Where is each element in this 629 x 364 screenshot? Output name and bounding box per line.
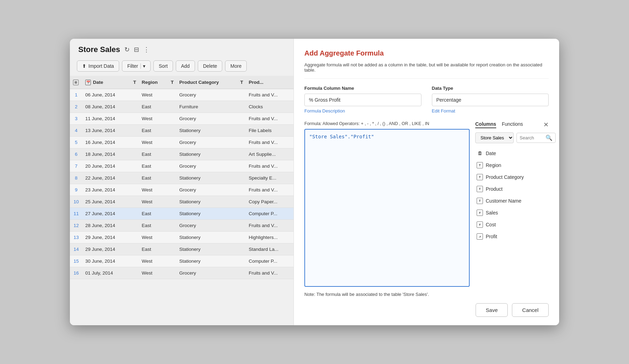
cell-category: Stationery xyxy=(176,148,238,160)
cell-region-type xyxy=(130,160,139,172)
column-item[interactable]: #Sales xyxy=(475,207,549,219)
cell-region-type xyxy=(130,89,139,101)
cell-product-type xyxy=(238,267,246,279)
cell-region: West xyxy=(139,196,168,208)
col-header-date[interactable]: 📅 Date xyxy=(82,76,130,89)
cell-date: 29 June, 2014 xyxy=(82,232,130,243)
dialog-description: Aggregate formula will not be added as a… xyxy=(304,62,549,79)
formula-hint: Formula: Allowed Operators: + , - , * , … xyxy=(304,121,470,126)
cell-date: 20 June, 2014 xyxy=(82,160,130,172)
tab-columns[interactable]: Columns xyxy=(475,121,496,128)
cell-date: 25 June, 2014 xyxy=(82,196,130,208)
cell-date: 16 June, 2014 xyxy=(82,137,130,148)
col-type-icon: T xyxy=(477,186,483,192)
column-item[interactable]: 🗓Date xyxy=(475,147,549,159)
cell-date: 29 June, 2014 xyxy=(82,243,130,255)
col-header-region[interactable]: Region xyxy=(139,76,168,89)
col-type-icon: T xyxy=(477,174,483,180)
col-header-checkbox[interactable]: ⊞ xyxy=(70,76,82,89)
cell-region-type xyxy=(130,243,139,255)
cell-region-type xyxy=(130,267,139,279)
cell-category-type xyxy=(168,172,176,184)
close-button[interactable]: ✕ xyxy=(543,122,549,128)
table-row: 12 28 June, 2014 East Grocery Fruits and… xyxy=(70,220,294,232)
cell-region: West xyxy=(139,113,168,125)
row-number: 14 xyxy=(70,243,82,255)
cell-date: 28 June, 2014 xyxy=(82,220,130,232)
col-header-product[interactable]: Prod... xyxy=(246,76,294,89)
cell-product-type xyxy=(238,89,246,101)
cell-region: East xyxy=(139,208,168,220)
refresh-icon[interactable]: ↻ xyxy=(124,46,130,53)
cell-region-type xyxy=(130,184,139,196)
column-item[interactable]: TProduct Category xyxy=(475,171,549,183)
table-row: 6 18 June, 2014 East Stationery Art Supp… xyxy=(70,148,294,160)
filter-arrow-icon[interactable]: ▾ xyxy=(140,63,145,69)
column-item[interactable]: TProduct xyxy=(475,183,549,195)
col-name: Customer Name xyxy=(486,198,521,204)
cell-region-type xyxy=(130,220,139,232)
cell-product: Specialty E... xyxy=(246,172,294,184)
cell-category-type xyxy=(168,125,176,137)
cell-date: 06 June, 2014 xyxy=(82,89,130,101)
sort-button[interactable]: Sort xyxy=(153,60,173,72)
column-item[interactable]: .#Profit xyxy=(475,231,549,242)
cell-date: 08 June, 2014 xyxy=(82,101,130,113)
cancel-button[interactable]: Cancel xyxy=(512,303,549,317)
cell-category: Stationery xyxy=(176,232,238,243)
column-item[interactable]: TRegion xyxy=(475,159,549,171)
more-button[interactable]: More xyxy=(225,60,247,72)
col-type-icon: .# xyxy=(477,233,483,240)
delete-button[interactable]: Delete xyxy=(198,60,222,72)
col-header-product-category[interactable]: Product Category xyxy=(176,76,238,89)
cell-product: Fruits and V... xyxy=(246,267,294,279)
col-type-icon: # xyxy=(477,221,483,228)
table-row: 14 29 June, 2014 East Stationery Standar… xyxy=(70,243,294,255)
page-title: Store Sales xyxy=(78,45,120,54)
cell-date: 13 June, 2014 xyxy=(82,125,130,137)
row-number: 10 xyxy=(70,196,82,208)
filter-button[interactable]: Filter ▾ xyxy=(122,60,151,72)
cell-date: 01 July, 2014 xyxy=(82,267,130,279)
row-number: 15 xyxy=(70,255,82,267)
cell-category: Grocery xyxy=(176,113,238,125)
save-button[interactable]: Save xyxy=(476,303,508,317)
cell-date: 23 June, 2014 xyxy=(82,184,130,196)
cell-product-type xyxy=(238,255,246,267)
cell-category: Grocery xyxy=(176,160,238,172)
cell-category: Stationery xyxy=(176,172,238,184)
cell-category: Stationery xyxy=(176,196,238,208)
formula-editor[interactable]: "Store Sales"."Profit" xyxy=(304,129,470,287)
cell-product: Computer P... xyxy=(246,208,294,220)
edit-format-link[interactable]: Edit Format xyxy=(432,108,549,114)
cell-product-type xyxy=(238,220,246,232)
tab-functions[interactable]: Functions xyxy=(502,121,523,128)
table-row: 5 16 June, 2014 West Grocery Fruits and … xyxy=(70,137,294,148)
add-button[interactable]: Add xyxy=(176,60,195,72)
cell-category: Stationery xyxy=(176,243,238,255)
search-input[interactable] xyxy=(520,135,544,140)
formula-description-link[interactable]: Formula Description xyxy=(304,108,421,114)
formula-column-input[interactable] xyxy=(304,94,421,106)
row-number: 4 xyxy=(70,125,82,137)
data-type-input[interactable] xyxy=(432,94,549,106)
table-row: 9 23 June, 2014 West Grocery Fruits and … xyxy=(70,184,294,196)
cell-category: Grocery xyxy=(176,267,238,279)
cell-product: Computer P... xyxy=(246,255,294,267)
note-text: Note: The formula will be associated to … xyxy=(304,292,549,297)
cell-category: Stationery xyxy=(176,255,238,267)
table-row: 1 06 June, 2014 West Grocery Fruits and … xyxy=(70,89,294,101)
col-name: Product xyxy=(486,186,503,192)
table-select[interactable]: Store Sales xyxy=(475,132,514,143)
data-type-label: Data Type xyxy=(432,86,549,91)
import-data-button[interactable]: ⬆ Import Data xyxy=(77,60,119,72)
cell-category: Grocery xyxy=(176,184,238,196)
more-options-icon[interactable]: ⋮ xyxy=(143,46,150,53)
row-number: 3 xyxy=(70,113,82,125)
column-item[interactable]: TCustomer Name xyxy=(475,195,549,207)
column-item[interactable]: #Cost xyxy=(475,219,549,231)
cell-product-type xyxy=(238,113,246,125)
col-name: Sales xyxy=(486,210,498,216)
col-header-t2: T xyxy=(168,76,176,89)
save-icon[interactable]: ⊟ xyxy=(134,46,139,53)
